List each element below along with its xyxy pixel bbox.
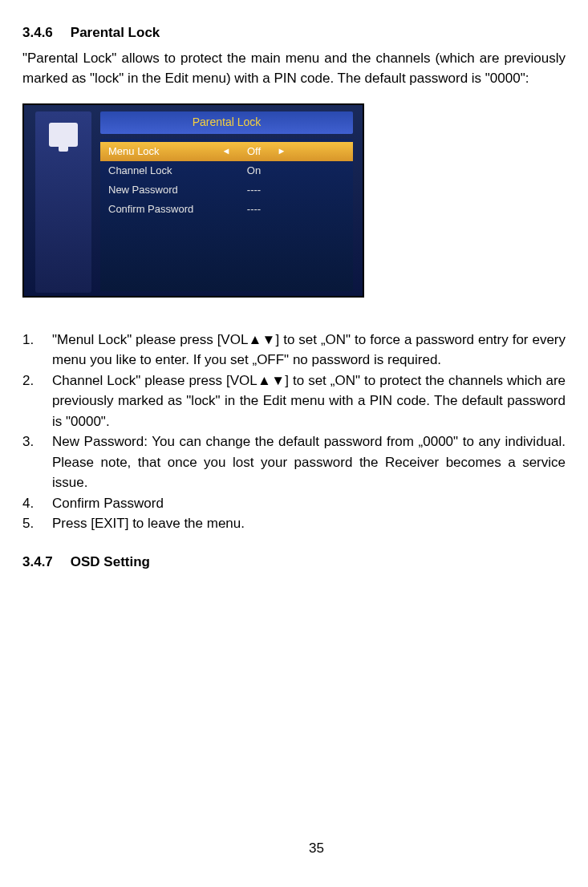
section-title: OSD Setting (71, 554, 150, 569)
row-label: Channel Lock (108, 163, 221, 179)
page-number: 35 (22, 838, 588, 859)
screenshot-title: Parental Lock (193, 114, 262, 131)
section-title: Parental Lock (71, 25, 160, 40)
instruction-list: "Menul Lock" please press [VOL▲▼] to set… (22, 330, 566, 534)
row-value: ---- (232, 182, 276, 198)
section-number: 3.4.6 (22, 22, 53, 43)
new-password-row: New Password ---- (100, 180, 353, 200)
confirm-password-row: Confirm Password ---- (100, 200, 353, 219)
row-value: On (232, 163, 276, 179)
screenshot-sidebar (35, 111, 91, 293)
row-value: Off (232, 144, 276, 160)
step-5: Press [EXIT] to leave the menu. (52, 513, 566, 534)
row-label: New Password (108, 182, 221, 198)
section-heading-osd: 3.4.7OSD Setting (22, 552, 566, 573)
screenshot-titlebar: Parental Lock (100, 111, 353, 134)
row-label: Confirm Password (108, 201, 221, 217)
channel-lock-row: Channel Lock On (100, 161, 353, 180)
row-label: Menu Lock (108, 144, 221, 160)
screenshot-body: Menu Lock ◄ Off ► Channel Lock On New Pa… (100, 139, 353, 291)
menu-lock-row: Menu Lock ◄ Off ► (100, 142, 353, 161)
section-heading-parental-lock: 3.4.6Parental Lock (22, 22, 566, 43)
arrow-left-icon: ◄ (221, 144, 232, 158)
monitor-icon (49, 123, 78, 147)
step-2: Channel Lock" please press [VOL▲▼] to se… (52, 371, 566, 432)
arrow-right-icon: ► (276, 144, 287, 158)
step-4: Confirm Password (52, 493, 566, 514)
step-1: "Menul Lock" please press [VOL▲▼] to set… (52, 330, 566, 371)
row-value: ---- (232, 201, 276, 217)
step-3: New Password: You can change the default… (52, 431, 566, 493)
intro-paragraph: "Parental Lock" allows to protect the ma… (22, 48, 566, 89)
parental-lock-screenshot: Parental Lock Menu Lock ◄ Off ► Channel … (22, 103, 364, 298)
section-number: 3.4.7 (22, 552, 53, 573)
